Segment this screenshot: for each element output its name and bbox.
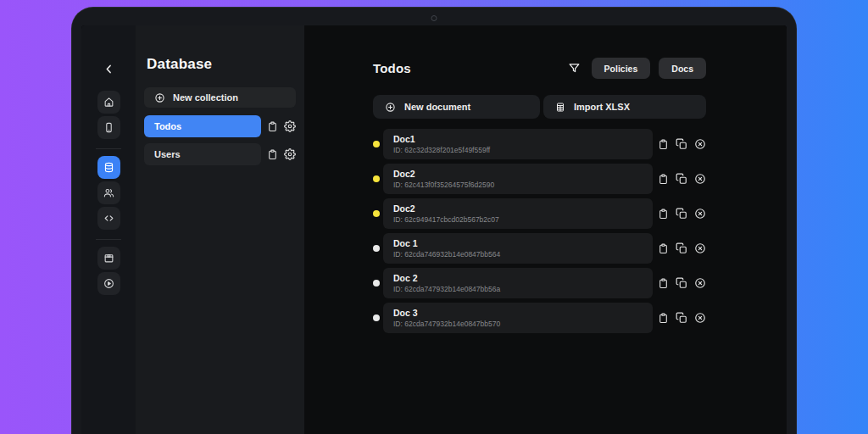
chevron-left-icon	[103, 63, 115, 75]
document-name: Doc1	[393, 134, 653, 144]
plus-circle-icon	[154, 92, 165, 103]
code-icon	[103, 213, 114, 224]
sidebar-rail	[81, 25, 136, 434]
gear-icon[interactable]	[284, 148, 296, 160]
status-dot	[373, 314, 380, 321]
rail-item-database[interactable]	[97, 156, 120, 179]
copy-icon[interactable]	[676, 173, 687, 185]
rail-item-functions[interactable]	[97, 207, 120, 230]
status-dot	[373, 280, 380, 287]
app-screen: Database New collection Todos	[81, 25, 787, 434]
copy-icon[interactable]	[676, 138, 687, 150]
document-row-actions	[658, 208, 706, 220]
rail-item-users[interactable]	[97, 181, 120, 204]
rail-item-devices[interactable]	[97, 116, 120, 139]
document-id: ID: 62c949417cbcd02b567b2c07	[393, 215, 653, 224]
policies-button[interactable]: Policies	[592, 58, 651, 79]
x-circle-icon[interactable]	[694, 138, 706, 150]
import-xlsx-button[interactable]: Import XLSX	[543, 95, 706, 119]
status-dot	[373, 210, 380, 217]
new-collection-button[interactable]: New collection	[144, 87, 296, 108]
collection-item-todos[interactable]: Todos	[144, 115, 261, 137]
document-row-actions	[658, 312, 706, 324]
document-id: ID: 62c413f0f35264575f6d2590	[393, 181, 653, 189]
clipboard-icon[interactable]	[267, 120, 278, 132]
tablet-frame: Database New collection Todos	[71, 7, 797, 434]
copy-icon[interactable]	[676, 208, 687, 220]
spreadsheet-icon	[555, 102, 565, 113]
clipboard-icon[interactable]	[658, 208, 669, 220]
document-actions-row: New document Import XLSX	[373, 95, 706, 119]
rail-item-storage[interactable]	[97, 247, 120, 270]
copy-icon[interactable]	[676, 312, 687, 324]
document-card[interactable]: Doc2 ID: 62c949417cbcd02b567b2c07	[383, 198, 653, 229]
collections-panel: Database New collection Todos	[136, 25, 304, 434]
new-collection-label: New collection	[173, 92, 238, 103]
funnel-icon[interactable]	[568, 62, 581, 75]
collection-label: Users	[154, 149, 181, 159]
play-circle-icon	[103, 278, 114, 289]
document-card[interactable]: Doc 1 ID: 62cda746932b14e0847bb564	[383, 233, 653, 264]
x-circle-icon[interactable]	[694, 173, 706, 185]
collection-row: Users	[144, 143, 296, 165]
main-area: Todos Policies Docs New docume	[304, 25, 787, 434]
docs-button[interactable]: Docs	[659, 58, 706, 79]
new-document-button[interactable]: New document	[373, 95, 540, 119]
archive-box-icon	[103, 253, 114, 264]
rail-divider	[96, 148, 121, 149]
document-id: ID: 62c32d328f201e5f49f559ff	[393, 146, 653, 154]
clipboard-icon[interactable]	[267, 148, 278, 160]
collection-item-users[interactable]: Users	[144, 143, 261, 165]
main-header: Todos Policies Docs	[373, 58, 706, 79]
clipboard-icon[interactable]	[658, 173, 669, 185]
smartphone-icon	[103, 122, 114, 133]
document-row: Doc 1 ID: 62cda746932b14e0847bb564	[373, 233, 706, 264]
document-id: ID: 62cda747932b14e0847bb570	[393, 320, 653, 328]
document-row: Doc1 ID: 62c32d328f201e5f49f559ff	[373, 129, 706, 159]
clipboard-icon[interactable]	[658, 277, 669, 289]
x-circle-icon[interactable]	[694, 208, 706, 220]
rail-item-executions[interactable]	[97, 272, 120, 295]
document-row: Doc 3 ID: 62cda747932b14e0847bb570	[373, 303, 706, 333]
status-dot	[373, 141, 380, 147]
document-row-actions	[658, 173, 706, 185]
document-row: Doc 2 ID: 62cda747932b14e0847bb56a	[373, 268, 706, 298]
document-card[interactable]: Doc1 ID: 62c32d328f201e5f49f559ff	[383, 129, 653, 159]
document-row: Doc2 ID: 62c413f0f35264575f6d2590	[373, 164, 706, 194]
document-row-actions	[658, 277, 706, 289]
document-name: Doc 1	[393, 238, 653, 248]
document-row-actions	[658, 242, 706, 254]
home-icon	[103, 97, 114, 108]
clipboard-icon[interactable]	[658, 138, 669, 150]
panel-title: Database	[144, 56, 296, 73]
document-name: Doc2	[393, 169, 653, 179]
document-card[interactable]: Doc 3 ID: 62cda747932b14e0847bb570	[383, 303, 653, 333]
people-icon	[103, 187, 114, 198]
gear-icon[interactable]	[284, 120, 296, 132]
back-button[interactable]	[103, 63, 115, 75]
import-xlsx-label: Import XLSX	[574, 102, 630, 112]
status-dot	[373, 175, 380, 182]
page-title: Todos	[373, 61, 411, 75]
database-icon	[103, 162, 114, 173]
document-list: Doc1 ID: 62c32d328f201e5f49f559ff Doc2 I…	[373, 129, 706, 333]
document-name: Doc2	[393, 203, 653, 214]
document-card[interactable]: Doc 2 ID: 62cda747932b14e0847bb56a	[383, 268, 653, 298]
x-circle-icon[interactable]	[694, 312, 706, 324]
document-name: Doc 3	[393, 308, 653, 318]
collection-label: Todos	[154, 121, 181, 131]
x-circle-icon[interactable]	[694, 242, 706, 254]
new-document-label: New document	[404, 102, 470, 112]
collection-row: Todos	[144, 115, 296, 137]
copy-icon[interactable]	[676, 277, 687, 289]
rail-item-home[interactable]	[97, 91, 120, 114]
copy-icon[interactable]	[676, 242, 687, 254]
document-row-actions	[658, 138, 706, 150]
document-id: ID: 62cda746932b14e0847bb564	[393, 250, 653, 259]
camera-dot	[431, 15, 437, 21]
document-card[interactable]: Doc2 ID: 62c413f0f35264575f6d2590	[383, 164, 653, 194]
x-circle-icon[interactable]	[694, 277, 706, 289]
document-id: ID: 62cda747932b14e0847bb56a	[393, 285, 653, 293]
clipboard-icon[interactable]	[658, 312, 669, 324]
clipboard-icon[interactable]	[658, 242, 669, 254]
